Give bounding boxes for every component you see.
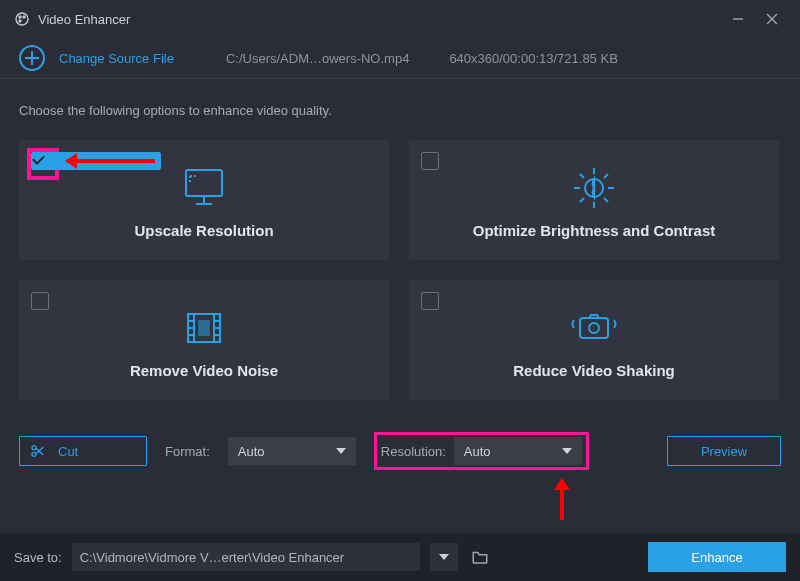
- topbar: Change Source File C:/Users/ADM…owers-NO…: [0, 38, 800, 79]
- save-path: C:\Vidmore\Vidmore V…erter\Video Enhance…: [80, 550, 344, 565]
- scissors-icon: [30, 443, 46, 459]
- card-upscale-resolution[interactable]: Upscale Resolution: [19, 140, 389, 260]
- checkbox-brightness[interactable]: [421, 152, 439, 170]
- footer: Save to: C:\Vidmore\Vidmore V…erter\Vide…: [0, 533, 800, 581]
- card-remove-noise[interactable]: Remove Video Noise: [19, 280, 389, 400]
- prompt-text: Choose the following options to enhance …: [19, 103, 781, 118]
- film-icon: [180, 302, 228, 354]
- sun-icon: [570, 162, 618, 214]
- preview-label: Preview: [701, 444, 747, 459]
- card-label: Reduce Video Shaking: [513, 362, 674, 379]
- enhance-label: Enhance: [691, 550, 742, 565]
- folder-icon: [471, 549, 489, 565]
- format-value: Auto: [238, 444, 265, 459]
- svg-line-35: [36, 448, 43, 455]
- svg-rect-31: [580, 318, 608, 338]
- file-info: 640x360/00:00:13/721.85 KB: [449, 51, 617, 66]
- svg-line-18: [604, 198, 608, 202]
- save-path-dropdown[interactable]: [430, 543, 458, 571]
- card-label: Optimize Brightness and Contrast: [473, 222, 716, 239]
- app-title: Video Enhancer: [38, 12, 130, 27]
- resolution-value: Auto: [464, 444, 491, 459]
- add-file-button[interactable]: [19, 45, 45, 71]
- svg-point-34: [32, 452, 36, 456]
- svg-rect-30: [198, 320, 210, 336]
- monitor-icon: [180, 162, 228, 214]
- close-button[interactable]: [758, 5, 786, 33]
- card-reduce-shaking[interactable]: Reduce Video Shaking: [409, 280, 779, 400]
- body: Choose the following options to enhance …: [0, 79, 800, 470]
- svg-point-2: [23, 16, 25, 18]
- format-label: Format:: [165, 444, 210, 459]
- svg-line-36: [36, 447, 43, 454]
- annotation-arrow-up: [560, 480, 564, 520]
- card-optimize-brightness[interactable]: Optimize Brightness and Contrast: [409, 140, 779, 260]
- minimize-button[interactable]: [724, 5, 752, 33]
- card-label: Remove Video Noise: [130, 362, 278, 379]
- checkbox-shaking[interactable]: [421, 292, 439, 310]
- controls-row: Cut Format: Auto Resolution: Auto Previe…: [19, 432, 781, 470]
- palette-icon: [14, 11, 30, 27]
- svg-line-17: [580, 174, 584, 178]
- resolution-select[interactable]: Auto: [454, 437, 582, 465]
- annotation-arrow: [67, 159, 155, 163]
- cut-label: Cut: [58, 444, 78, 459]
- save-path-box[interactable]: C:\Vidmore\Vidmore V…erter\Video Enhance…: [72, 543, 420, 571]
- svg-line-19: [580, 198, 584, 202]
- enhance-button[interactable]: Enhance: [648, 542, 786, 572]
- svg-point-3: [19, 20, 21, 22]
- option-grid: Upscale Resolution Optimize Brightness a…: [19, 140, 781, 400]
- svg-point-1: [19, 16, 21, 18]
- checkbox-noise[interactable]: [31, 292, 49, 310]
- open-folder-button[interactable]: [468, 545, 492, 569]
- svg-line-20: [604, 174, 608, 178]
- save-to-label: Save to:: [14, 550, 62, 565]
- cut-button[interactable]: Cut: [19, 436, 147, 466]
- card-label: Upscale Resolution: [134, 222, 273, 239]
- svg-point-33: [32, 446, 36, 450]
- preview-button[interactable]: Preview: [667, 436, 781, 466]
- change-source-link[interactable]: Change Source File: [59, 51, 174, 66]
- close-icon: [765, 12, 779, 26]
- chevron-down-icon: [336, 448, 346, 459]
- resolution-label: Resolution:: [381, 444, 446, 459]
- file-path: C:/Users/ADM…owers-NO.mp4: [226, 51, 409, 66]
- annotation-resolution-highlight: Resolution: Auto: [374, 432, 589, 470]
- chevron-down-icon: [439, 554, 449, 565]
- svg-rect-7: [186, 170, 222, 196]
- minimize-icon: [731, 12, 745, 26]
- svg-point-32: [589, 323, 599, 333]
- format-select[interactable]: Auto: [228, 437, 356, 465]
- camera-shake-icon: [566, 302, 622, 354]
- chevron-down-icon: [562, 448, 572, 459]
- titlebar: Video Enhancer: [0, 0, 800, 38]
- svg-point-0: [16, 13, 28, 25]
